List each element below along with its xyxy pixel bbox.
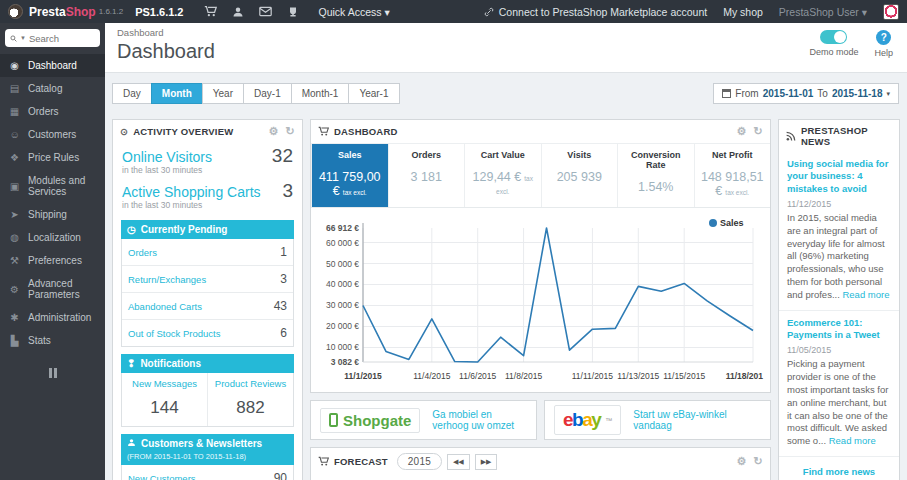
- range-button[interactable]: Day: [112, 83, 152, 104]
- customers-newsletters-section: Customers & Newsletters (FROM 2015-11-01…: [121, 434, 294, 480]
- sidebar-item-customers[interactable]: ☺ Customers: [0, 123, 105, 146]
- refresh-icon[interactable]: ↻: [754, 125, 763, 138]
- range-button[interactable]: Day-1: [243, 83, 292, 104]
- user-avatar[interactable]: [883, 4, 899, 20]
- refresh-icon[interactable]: ↻: [754, 455, 763, 468]
- sidebar-item-preferences[interactable]: ⚒ Preferences: [0, 249, 105, 272]
- sidebar-item-price-rules[interactable]: ❖ Price Rules: [0, 146, 105, 169]
- cart-icon[interactable]: [204, 5, 217, 18]
- row-link[interactable]: Orders: [128, 247, 157, 258]
- sidebar-item-stats[interactable]: ▙ Stats: [0, 329, 105, 352]
- trophy-icon[interactable]: [287, 6, 299, 18]
- sidebar-item-modules[interactable]: ▣ Modules and Services: [0, 169, 105, 203]
- prestashop-logo[interactable]: [8, 4, 23, 19]
- demo-mode-toggle[interactable]: [820, 30, 847, 44]
- gear-icon[interactable]: ⚙: [737, 455, 747, 468]
- menu-item-label: Stats: [28, 335, 51, 346]
- read-more-link[interactable]: Read more: [829, 435, 876, 446]
- shopgate-link[interactable]: Ga mobiel en verhoog uw omzet: [432, 409, 527, 431]
- sidebar-item-advanced-parameters[interactable]: ⚙ Advanced Parameters: [0, 272, 105, 306]
- svg-text:50 000 €: 50 000 €: [326, 259, 359, 269]
- sidebar-item-dashboard[interactable]: ◉ Dashboard: [0, 54, 105, 77]
- stat-link[interactable]: Online Visitors: [122, 149, 212, 165]
- search-icon: [10, 34, 17, 43]
- menu-item-icon: ✱: [9, 312, 20, 323]
- read-more-link[interactable]: Read more: [842, 289, 889, 300]
- kpi-label: Sales: [314, 150, 386, 160]
- shopgate-banner[interactable]: Shopgate Ga mobiel en verhoog uw omzet: [310, 400, 537, 440]
- sidebar-search[interactable]: ▼: [5, 29, 100, 47]
- sidebar-item-shipping[interactable]: ➤ Shipping: [0, 203, 105, 226]
- pending-row: Abandoned Carts 43: [122, 293, 293, 320]
- kpi-cell[interactable]: Cart Value 129,44 € tax excl.: [464, 144, 541, 207]
- ebay-banner[interactable]: ebay ™ Start uw eBay-winkel vandaag: [544, 400, 771, 440]
- row-link[interactable]: Return/Exchanges: [128, 274, 206, 285]
- activity-overview-panel: ⊙ ACTIVITY OVERVIEW ⚙ ↻: [112, 119, 303, 480]
- sidebar-item-administration[interactable]: ✱ Administration: [0, 306, 105, 329]
- sidebar-collapse-toggle[interactable]: [49, 368, 57, 378]
- date-range-picker[interactable]: From2015-11-01 To2015-11-18 ▾: [713, 83, 899, 104]
- quick-access-menu[interactable]: Quick Access ▾: [319, 6, 390, 18]
- kpi-cell[interactable]: Net Profit 148 918,51 € tax excl.: [694, 144, 771, 207]
- kpi-cell[interactable]: Sales 411 759,00 € tax excl.: [311, 144, 388, 207]
- search-scope-caret[interactable]: ▼: [20, 35, 26, 41]
- dashboard-panel: DASHBOARD ⚙ ↻ Sales: [310, 119, 771, 393]
- menu-item-icon: ▙: [9, 335, 20, 346]
- dashboard-content: DayMonthYearDay-1Month-1Year-1 From2015-…: [105, 72, 907, 480]
- page-title: Dashboard: [117, 40, 895, 63]
- news-article: Ecommerce 101: Payments in a Tweet 11/05…: [779, 311, 899, 457]
- svg-text:11/13/2015: 11/13/2015: [617, 371, 659, 381]
- menu-item-icon: ◉: [9, 60, 20, 71]
- gear-icon[interactable]: ⚙: [269, 125, 279, 138]
- sidebar-item-orders[interactable]: ▦ Orders: [0, 100, 105, 123]
- col-link[interactable]: Product Reviews: [210, 378, 291, 389]
- kpi-cell[interactable]: Conversion Rate 1.54%: [617, 144, 694, 207]
- version-label: 1.6.1.2: [99, 7, 123, 16]
- row-link[interactable]: Abandoned Carts: [128, 301, 202, 312]
- mail-icon[interactable]: [259, 6, 272, 17]
- forecast-next-button[interactable]: ▶▶: [475, 454, 498, 470]
- ebay-link[interactable]: Start uw eBay-winkel vandaag: [633, 409, 761, 431]
- user-dropdown[interactable]: PrestaShop User ▾: [779, 6, 867, 18]
- kpi-cell[interactable]: Orders 3 181: [388, 144, 465, 207]
- stat-value: 32: [272, 145, 293, 167]
- help-icon[interactable]: ?: [876, 30, 891, 45]
- kpi-cell[interactable]: Visits 205 939: [541, 144, 618, 207]
- activity-stat: Online Visitors 32 in the last 30 minute…: [113, 143, 302, 178]
- col-link[interactable]: New Messages: [124, 378, 205, 389]
- sidebar-item-catalog[interactable]: ▤ Catalog: [0, 77, 105, 100]
- marketplace-link[interactable]: Connect to PrestaShop Marketplace accoun…: [484, 6, 707, 18]
- kpi-label: Orders: [391, 150, 463, 160]
- col-value: 144: [124, 398, 205, 418]
- kpi-row: Sales 411 759,00 € tax excl. Orders 3 18…: [311, 143, 770, 208]
- user-icon[interactable]: [232, 6, 244, 18]
- row-link[interactable]: New Customers: [128, 473, 196, 480]
- date-range-buttons: DayMonthYearDay-1Month-1Year-1: [113, 83, 400, 104]
- gear-icon[interactable]: ⚙: [737, 125, 747, 138]
- notification-col: Product Reviews 882: [208, 373, 293, 426]
- news-article-title[interactable]: Using social media for your business: 4 …: [787, 158, 891, 195]
- brand-wordmark[interactable]: PrestaShop: [29, 5, 96, 19]
- search-input[interactable]: [29, 33, 95, 44]
- row-link[interactable]: Out of Stock Products: [128, 328, 220, 339]
- row-value: 3: [280, 272, 287, 286]
- refresh-icon[interactable]: ↻: [286, 125, 295, 138]
- svg-text:20 000 €: 20 000 €: [326, 321, 359, 331]
- range-button[interactable]: Year-1: [348, 83, 399, 104]
- menu-item-label: Preferences: [28, 255, 82, 266]
- prestashop-admin-screen: PrestaShop 1.6.1.2 PS1.6.1.2 Quick Acces…: [0, 0, 907, 480]
- svg-text:11/18/201: 11/18/201: [726, 371, 764, 381]
- stat-link[interactable]: Active Shopping Carts: [122, 184, 261, 200]
- kpi-value: 129,44 €: [473, 170, 522, 184]
- breadcrumb[interactable]: Dashboard: [117, 27, 895, 38]
- my-shop-link[interactable]: My shop: [723, 6, 763, 18]
- cart-icon: [318, 456, 329, 467]
- find-more-news-link[interactable]: Find more news: [779, 457, 899, 480]
- range-button[interactable]: Month: [151, 83, 203, 104]
- svg-text:11/6/2015: 11/6/2015: [459, 371, 496, 381]
- news-article-title[interactable]: Ecommerce 101: Payments in a Tweet: [787, 317, 891, 342]
- range-button[interactable]: Month-1: [291, 83, 350, 104]
- sidebar-item-localization[interactable]: ◍ Localization: [0, 226, 105, 249]
- range-button[interactable]: Year: [202, 83, 244, 104]
- forecast-prev-button[interactable]: ◀◀: [447, 454, 470, 470]
